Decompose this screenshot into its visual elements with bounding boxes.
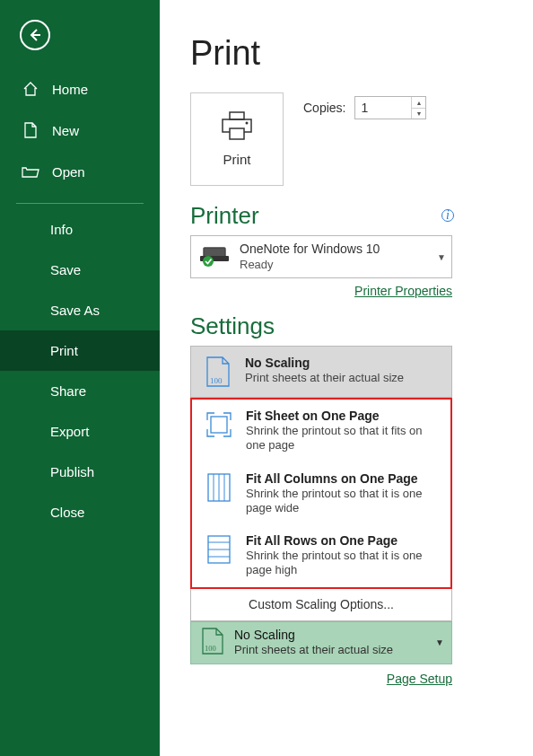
chevron-down-icon: ▼ — [437, 252, 446, 262]
printer-icon — [220, 111, 254, 145]
sidebar-item-label: Open — [52, 164, 85, 180]
copies-label: Copies: — [303, 101, 345, 115]
sidebar-item-close[interactable]: Close — [0, 492, 160, 532]
copies-value: 1 — [355, 101, 411, 115]
option-desc: Print sheets at their actual size — [245, 371, 404, 385]
option-desc: Shrink the printout so that it fits on o… — [246, 424, 441, 453]
current-scaling-desc: Print sheets at their actual size — [234, 643, 393, 657]
sidebar-item-new[interactable]: New — [0, 110, 160, 151]
copies-increment[interactable]: ▲ — [412, 97, 425, 108]
sidebar-item-save[interactable]: Save — [0, 250, 160, 290]
page-100-icon: 100 — [204, 356, 232, 388]
custom-scaling-options[interactable]: Custom Scaling Options... — [190, 589, 452, 621]
scaling-option-fit-rows[interactable]: Fit All Rows on One Page Shrink the prin… — [192, 524, 450, 587]
printer-name: OneNote for Windows 10 — [240, 241, 437, 257]
option-title: No Scaling — [245, 356, 404, 370]
svg-text:100: 100 — [205, 644, 216, 653]
fit-sheet-icon — [205, 409, 233, 441]
scaling-option-no-scaling[interactable]: 100 No Scaling Print sheets at their act… — [191, 347, 451, 397]
scaling-option-fit-columns[interactable]: Fit All Columns on One Page Shrink the p… — [192, 462, 450, 525]
sidebar-item-export[interactable]: Export — [0, 411, 160, 452]
sidebar-item-home[interactable]: Home — [0, 68, 160, 110]
printer-properties-link[interactable]: Printer Properties — [354, 284, 452, 298]
option-title: Fit Sheet on One Page — [246, 409, 441, 423]
option-title: Fit All Rows on One Page — [246, 533, 441, 548]
scaling-dropdown[interactable]: 100 No Scaling Print sheets at their act… — [190, 621, 452, 664]
sidebar-divider — [16, 203, 144, 204]
option-desc: Shrink the printout so that it is one pa… — [246, 549, 441, 578]
option-title: Fit All Columns on One Page — [246, 471, 441, 486]
arrow-left-icon — [28, 28, 42, 42]
sidebar-item-publish[interactable]: Publish — [0, 452, 160, 492]
sidebar-item-save-as[interactable]: Save As — [0, 290, 160, 330]
page-setup-link[interactable]: Page Setup — [387, 672, 452, 686]
folder-open-icon — [22, 163, 39, 180]
sidebar-item-share[interactable]: Share — [0, 371, 160, 411]
svg-point-3 — [246, 122, 249, 125]
chevron-down-icon: ▼ — [435, 637, 444, 647]
back-button[interactable] — [20, 20, 50, 50]
sidebar-item-info[interactable]: Info — [0, 209, 160, 250]
print-button-label: Print — [223, 152, 251, 167]
settings-heading: Settings — [190, 312, 497, 340]
backstage-sidebar: Home New Open Info Save Save As Print Sh… — [0, 0, 160, 756]
fit-columns-icon — [205, 471, 233, 504]
print-panel: Print Print Copies: 1 ▲ ▼ — [160, 0, 533, 756]
current-scaling-title: No Scaling — [234, 628, 393, 644]
new-file-icon — [22, 122, 39, 138]
svg-rect-4 — [204, 248, 225, 257]
svg-rect-8 — [211, 417, 227, 433]
printer-dropdown[interactable]: OneNote for Windows 10 Ready ▼ — [190, 235, 452, 278]
copies-stepper[interactable]: 1 ▲ ▼ — [354, 96, 426, 119]
sidebar-item-label: New — [52, 123, 79, 138]
page-100-icon: 100 — [202, 628, 223, 657]
home-icon — [22, 81, 39, 97]
printer-status: Ready — [240, 258, 437, 273]
copies-decrement[interactable]: ▼ — [412, 108, 425, 119]
scaling-dropdown-open: 100 No Scaling Print sheets at their act… — [190, 346, 452, 398]
sidebar-item-label: Home — [52, 82, 88, 97]
info-icon[interactable]: i — [441, 209, 454, 222]
print-button[interactable]: Print — [190, 92, 284, 186]
sidebar-item-open[interactable]: Open — [0, 151, 160, 192]
svg-text:100: 100 — [210, 376, 223, 385]
printer-status-icon — [198, 244, 231, 270]
svg-point-6 — [203, 256, 214, 267]
fit-rows-icon — [205, 533, 233, 566]
svg-rect-2 — [230, 128, 244, 139]
option-desc: Shrink the printout so that it is one pa… — [246, 487, 441, 516]
svg-rect-0 — [230, 112, 244, 119]
sidebar-item-print[interactable]: Print — [0, 330, 160, 371]
scaling-option-fit-sheet[interactable]: Fit Sheet on One Page Shrink the printou… — [192, 400, 450, 462]
scaling-options-highlight: Fit Sheet on One Page Shrink the printou… — [190, 398, 452, 589]
page-title: Print — [190, 34, 497, 73]
